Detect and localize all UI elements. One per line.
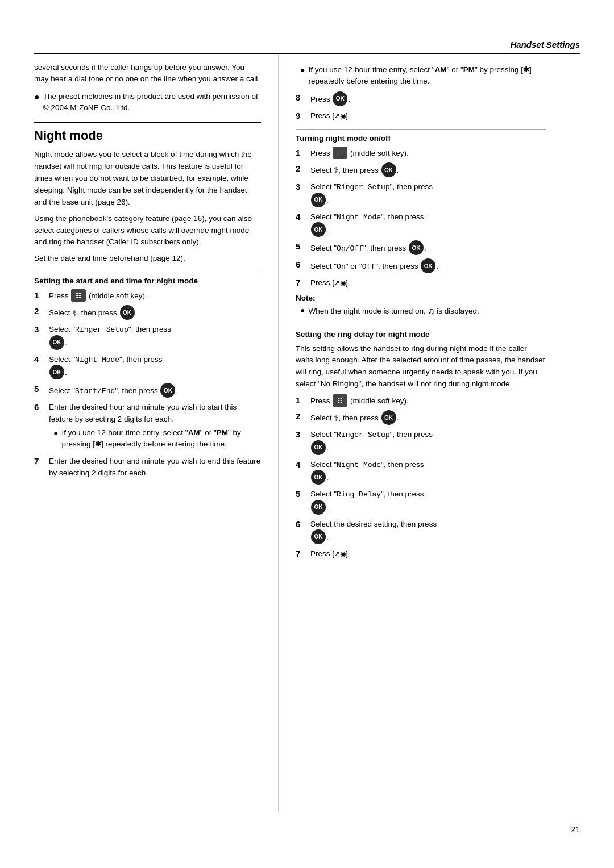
tn-step-content-1: Press ☷ (middle soft key). [310, 147, 546, 160]
note-text: When the night mode is turned on, ♫ is d… [308, 304, 479, 318]
ok-icon-8: OK [333, 91, 347, 106]
page-number: 21 [571, 825, 580, 834]
step-9: 9 Press [↗◉]. [296, 110, 546, 123]
tn-step-num-3: 3 [296, 181, 308, 194]
step-content-1: Press ☷ (middle soft key). [49, 290, 261, 302]
ring-delay-steps: 1 Press ☷ (middle soft key). 2 Select ⚕,… [296, 395, 546, 560]
step-4: 4 Select "Night Mode", then press OK. [34, 354, 261, 381]
page-header: Handset Settings [0, 34, 614, 53]
right-column: ● If you use 12-hour time entry, select … [279, 54, 580, 813]
rd-step-content-5: Select "Ring Delay", then press OK. [310, 489, 546, 515]
tn-step-5: 5 Select "On/Off", then press OK. [296, 241, 546, 256]
tn-step-num-4: 4 [296, 211, 308, 224]
rd-step-content-4: Select "Night Mode", then press OK. [310, 459, 546, 486]
tn-step-content-5: Select "On/Off", then press OK. [310, 241, 546, 256]
ring-delay-title: Setting the ring delay for night mode [296, 330, 546, 339]
right-sub-bullet: ● If you use 12-hour time entry, select … [296, 64, 546, 87]
step-3: 3 Select "Ringer Setup", then press OK. [34, 324, 261, 350]
tn-step-num-6: 6 [296, 258, 308, 272]
step-num-2: 2 [34, 305, 47, 318]
rd-step-content-2: Select ⚕, then press OK. [310, 411, 546, 425]
page: Handset Settings several seconds if the … [0, 0, 614, 868]
tn-step-7: 7 Press [↗◉]. [296, 277, 546, 290]
rd-step-num-1: 1 [296, 394, 308, 407]
step-content-4: Select "Night Mode", then press OK. [49, 354, 261, 381]
step-5: 5 Select "Start/End", then press OK. [34, 383, 261, 398]
turning-night-title: Turning night mode on/off [296, 134, 546, 143]
tn-ok-icon-3: OK [311, 193, 326, 207]
tn-step-content-2: Select ⚕, then press OK. [310, 163, 546, 178]
step-8: 8 Press OK. [296, 92, 546, 107]
tn-step-num-2: 2 [296, 162, 308, 176]
rd-step-num-4: 4 [296, 458, 308, 471]
tn-ok-icon-4: OK [311, 222, 326, 237]
turning-night-steps: 1 Press ☷ (middle soft key). 2 Select ⚕,… [296, 147, 546, 290]
step-1: 1 Press ☷ (middle soft key). [34, 290, 261, 302]
rd-ok-icon-5: OK [311, 500, 326, 515]
header-title: Handset Settings [510, 40, 580, 49]
note-bullet-dot: ● [300, 305, 305, 315]
tn-step-6: 6 Select "On" or "Off", then press OK. [296, 259, 546, 274]
step-content-5: Select "Start/End", then press OK. [49, 383, 261, 398]
tn-step-content-4: Select "Night Mode", then press OK. [310, 211, 546, 238]
step-num-6: 6 [34, 401, 47, 414]
sub-bullet-6: ● If you use 12-hour time entry, select … [49, 427, 261, 450]
step-content-6: Enter the desired hour and minute you wi… [49, 402, 261, 452]
step-num-7: 7 [34, 455, 47, 468]
turning-night-rule [296, 129, 546, 130]
rd-step-content-1: Press ☷ (middle soft key). [310, 395, 546, 407]
tn-step-2: 2 Select ⚕, then press OK. [296, 163, 546, 178]
step-content-2: Select ⚕, then press OK. [49, 306, 261, 320]
rd-step-content-3: Select "Ringer Setup", then press OK. [310, 429, 546, 456]
rd-ok-icon-6: OK [311, 529, 326, 544]
step-num-5: 5 [34, 383, 47, 396]
rd-ok-icon-2: OK [381, 410, 396, 425]
rd-step-num-3: 3 [296, 428, 308, 441]
rd-step-7: 7 Press [↗◉]. [296, 548, 546, 561]
bullet-melodies-text: The preset melodies in this product are … [43, 91, 261, 114]
tn-step-num-7: 7 [296, 277, 308, 290]
intro-text: several seconds if the caller hangs up b… [34, 62, 261, 85]
note-block: Note: ● When the night mode is turned on… [296, 293, 546, 318]
step-num-9: 9 [296, 110, 308, 123]
rd-step-1: 1 Press ☷ (middle soft key). [296, 395, 546, 407]
start-end-title: Setting the start and end time for night… [34, 277, 261, 285]
rd-step-3: 3 Select "Ringer Setup", then press OK. [296, 429, 546, 456]
rd-step-2: 2 Select ⚕, then press OK. [296, 411, 546, 425]
sub-bullet-text-6: If you use 12-hour time entry, select "A… [61, 427, 261, 450]
rd-menu-icon-1: ☷ [333, 394, 347, 407]
rd-step-content-6: Select the desired setting, then press O… [310, 519, 546, 545]
ok-icon-2: OK [120, 305, 135, 320]
ring-delay-body: This setting allows the handset to ring … [296, 343, 546, 391]
ok-icon-3: OK [49, 335, 64, 350]
night-mode-body3: Set the date and time beforehand (page 1… [34, 253, 261, 265]
step-num-4: 4 [34, 353, 47, 366]
rd-step-content-7: Press [↗◉]. [310, 548, 546, 560]
rd-step-4: 4 Select "Night Mode", then press OK. [296, 459, 546, 486]
step-content-7: Enter the desired hour and minute you wi… [49, 456, 261, 479]
tn-step-4: 4 Select "Night Mode", then press OK. [296, 211, 546, 238]
left-column: several seconds if the caller hangs up b… [0, 54, 279, 813]
steps-8-9: 8 Press OK. 9 Press [↗◉]. [296, 92, 546, 123]
section-title: Night mode [34, 128, 261, 143]
step-num-3: 3 [34, 323, 47, 336]
tn-ok-icon-2: OK [381, 162, 396, 177]
rd-step-6: 6 Select the desired setting, then press… [296, 519, 546, 545]
step-content-9: Press [↗◉]. [310, 110, 546, 122]
tn-step-num-1: 1 [296, 147, 308, 160]
bullet-melodies: ● The preset melodies in this product ar… [34, 91, 261, 114]
start-end-rule [34, 272, 261, 272]
rd-ok-icon-4: OK [311, 470, 326, 485]
step-num-8: 8 [296, 91, 308, 105]
start-end-steps: 1 Press ☷ (middle soft key). 2 Select ⚕,… [34, 290, 261, 479]
right-sub-bullet-text: If you use 12-hour time entry, select "A… [308, 64, 546, 87]
rd-step-num-7: 7 [296, 548, 308, 561]
right-sub-bullet-dot: ● [300, 65, 305, 75]
night-mode-body1: Night mode allows you to select a block … [34, 149, 261, 208]
section-rule [34, 122, 261, 123]
step-content-8: Press OK. [310, 92, 546, 107]
tn-step-num-5: 5 [296, 240, 308, 253]
note-bullet: ● When the night mode is turned on, ♫ is… [296, 304, 546, 318]
night-mode-body2: Using the phonebook's category feature (… [34, 213, 261, 249]
step-2: 2 Select ⚕, then press OK. [34, 306, 261, 320]
